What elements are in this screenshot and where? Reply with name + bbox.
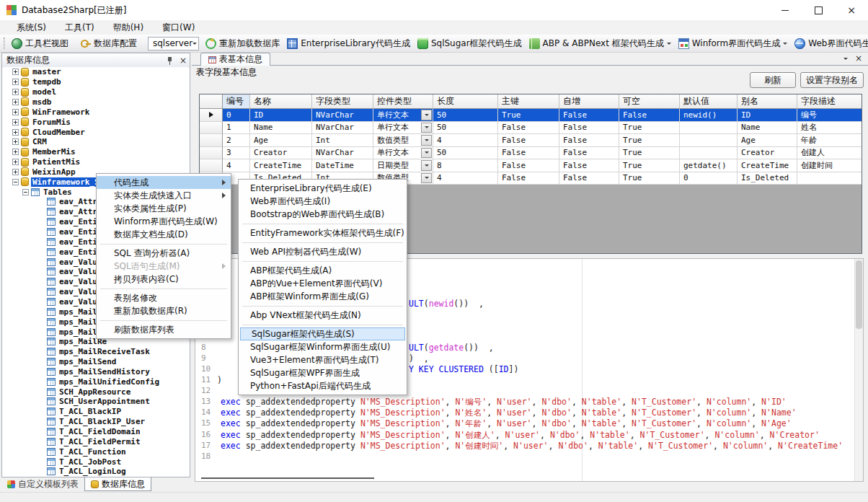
grid-cell[interactable]: 3	[223, 147, 250, 160]
grid-row-header[interactable]	[200, 134, 223, 147]
expand-icon[interactable]	[12, 169, 19, 175]
tree-tables-node[interactable]: Tables	[3, 187, 74, 197]
grid-cell[interactable]: False	[559, 147, 619, 160]
grid-cell[interactable]: 4	[223, 159, 250, 172]
tree-table-item[interactable]: T_ACL_FieldPermit	[3, 436, 142, 446]
menu-item-8[interactable]: ABP框架代码生成(A)	[239, 264, 407, 277]
cell-combobox-button[interactable]	[421, 160, 432, 171]
grid-cell[interactable]: 50	[433, 109, 498, 122]
tree-database-item[interactable]: MemberMis	[3, 147, 77, 157]
menu-item-11[interactable]: 重新加载数据库(R)	[97, 304, 231, 317]
grid-cell[interactable]: 姓名	[797, 122, 862, 135]
grid-cell[interactable]: newid()	[680, 109, 738, 122]
chevron-down-icon[interactable]	[667, 43, 671, 45]
expand-icon[interactable]	[12, 149, 19, 155]
grid-column-header[interactable]: 字段描述	[797, 94, 862, 109]
grid-cell[interactable]: 0	[680, 172, 738, 185]
menu-item-13[interactable]: 刷新数据库列表	[97, 323, 231, 336]
grid-cell[interactable]: True	[619, 134, 680, 147]
tree-table-item[interactable]: mps_MailAt	[3, 307, 108, 317]
grid-cell[interactable]: False	[559, 159, 619, 172]
grid-cell[interactable]: 单行文本	[373, 122, 433, 135]
expand-icon[interactable]	[12, 119, 19, 126]
grid-cell[interactable]: False	[559, 109, 619, 122]
grid-cell[interactable]: 年龄	[797, 134, 862, 147]
web-codegen-button[interactable]: Web界面代码生成	[791, 36, 868, 51]
grid-cell[interactable]: NVarChar	[312, 109, 373, 122]
menu-item-3[interactable]: Winform界面代码生成(W)	[97, 215, 231, 228]
tree-database-item[interactable]: WinFramework	[3, 107, 91, 117]
tree-database-item[interactable]: CloudMember	[3, 127, 87, 137]
grid-cell[interactable]: 1	[223, 122, 250, 135]
expand-icon[interactable]	[12, 159, 19, 165]
grid-corner-cell[interactable]	[200, 94, 223, 109]
grid-column-header[interactable]: 编号	[223, 94, 250, 109]
menu-item-18[interactable]: Python+FastApi后端代码生成	[239, 379, 407, 392]
grid-column-header[interactable]: 长度	[433, 94, 498, 109]
editor-horizontal-scrollbar[interactable]	[201, 477, 374, 479]
grid-cell[interactable]: Is_Deleted	[738, 172, 797, 185]
grid-cell[interactable]: False	[619, 109, 680, 122]
tree-table-item[interactable]: T_ACL_LoginLog	[3, 467, 128, 477]
menu-item-6[interactable]: SQL 查询分析器(A)	[97, 247, 231, 260]
tree-table-item[interactable]: T_ACL_JobPost	[3, 457, 123, 467]
grid-cell[interactable]: 编号	[797, 109, 862, 122]
tab-table-basic-info[interactable]: 表基本信息	[200, 53, 270, 66]
grid-cell[interactable]: 日期类型	[373, 159, 433, 172]
grid-cell[interactable]: 单行文本	[373, 109, 433, 122]
tree-table-item[interactable]: eav_Value_	[3, 297, 108, 307]
menu-item-15[interactable]: SqlSugar框架Winform界面生成(U)	[239, 340, 407, 353]
grid-column-header[interactable]: 可空	[619, 94, 680, 109]
grid-cell[interactable]: ID	[738, 109, 797, 122]
grid-column-header[interactable]: 自增	[559, 94, 619, 109]
grid-cell[interactable]	[797, 172, 862, 185]
tree-table-item[interactable]: eav_Attrib	[3, 197, 108, 207]
tab-close-icon[interactable]: ×	[855, 54, 862, 63]
grid-row-header[interactable]	[200, 159, 223, 172]
grid-row-header[interactable]	[200, 147, 223, 160]
menu-item-14[interactable]: SqlSugar框架代码生成(S)	[240, 327, 405, 340]
grid-cell[interactable]: True	[619, 147, 680, 160]
menu-item-1[interactable]: Web界面代码生成(I)	[239, 195, 407, 208]
expand-icon[interactable]	[12, 79, 19, 85]
tree-table-item[interactable]: mps_MailSendHistory	[3, 367, 151, 377]
grid-cell[interactable]: Name	[738, 122, 797, 135]
grid-column-header[interactable]: 默认值	[680, 94, 738, 109]
tree-table-item[interactable]: T_ACL_FieldDomain	[3, 427, 142, 437]
grid-cell[interactable]: 创建人	[797, 147, 862, 160]
grid-cell[interactable]: Int	[312, 134, 373, 147]
grid-cell[interactable]: 数值类型	[373, 134, 433, 147]
tree-database-item[interactable]: ForumMis	[3, 117, 72, 127]
grid-cell[interactable]: Creator	[250, 147, 312, 160]
expand-icon[interactable]	[12, 129, 19, 136]
bottom-tab-inactive[interactable]: 自定义模板列表	[1, 477, 84, 491]
menubar-item-1[interactable]: 工具(T)	[56, 20, 104, 35]
panel-close-icon[interactable]: ×	[180, 56, 187, 65]
minimize-button[interactable]	[769, 0, 802, 20]
menu-item-12[interactable]: Abp VNext框架代码生成(N)	[239, 309, 407, 322]
menu-item-0[interactable]: EnterpriseLibrary代码生成(E)	[239, 182, 407, 195]
grid-row-header[interactable]	[200, 122, 223, 135]
grid-cell[interactable]: False	[559, 134, 619, 147]
tree-table-item[interactable]: eav_Value_	[3, 267, 108, 277]
grid-cell[interactable]: Age	[738, 134, 797, 147]
grid-cell[interactable]: False	[559, 172, 619, 185]
tree-table-item[interactable]: eav_Entity	[3, 247, 108, 257]
grid-cell[interactable]: 单行文本	[373, 147, 433, 160]
grid-cell[interactable]	[680, 134, 738, 147]
grid-cell[interactable]: 4	[433, 134, 498, 147]
tree-table-item[interactable]: mps_MailReceiveTask	[3, 347, 151, 357]
grid-cell[interactable]: True	[619, 159, 680, 172]
grid-cell[interactable]: 2	[223, 134, 250, 147]
tree-database-item[interactable]: Winframework_Sug	[3, 177, 110, 187]
menu-item-1[interactable]: 实体类生成快速入口	[97, 189, 231, 202]
tree-database-item[interactable]: model	[3, 87, 58, 97]
pin-icon[interactable]	[167, 56, 174, 65]
tree-database-item[interactable]: master	[3, 67, 63, 77]
grid-column-header[interactable]: 名称	[250, 94, 312, 109]
grid-cell[interactable]: False	[498, 172, 559, 185]
menubar-item-3[interactable]: 窗口(W)	[153, 20, 204, 35]
grid-cell[interactable]: False	[498, 122, 559, 135]
menubar-item-2[interactable]: 帮助(H)	[104, 20, 153, 35]
enterpriselibrary-codegen-button[interactable]: EnterpriseLibrary代码生成	[283, 36, 414, 51]
